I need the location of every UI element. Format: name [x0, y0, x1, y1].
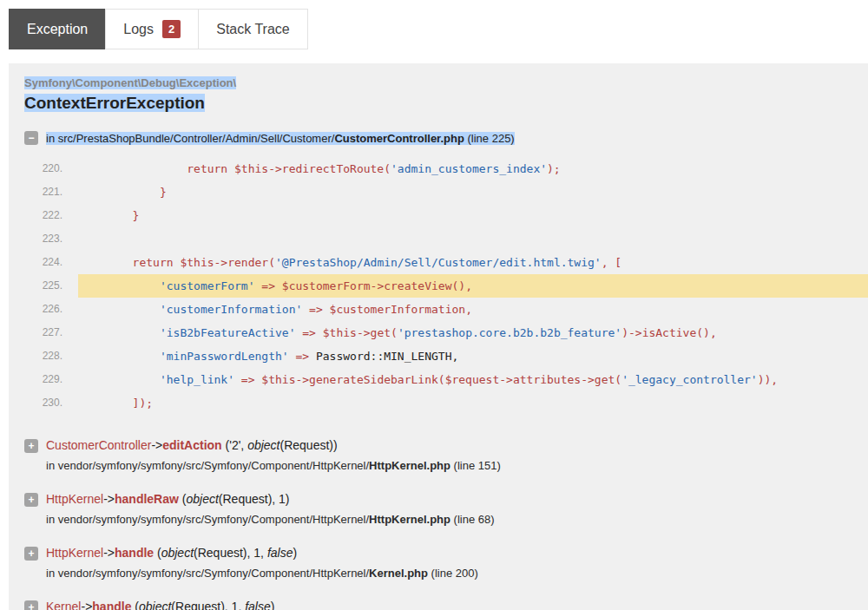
tab-logs-label: Logs	[123, 22, 154, 37]
logs-count-badge: 2	[162, 20, 181, 38]
frame-class: CustomerController	[46, 437, 151, 454]
frame-class: HttpKernel	[46, 545, 103, 561]
code-text: 'minPasswordLength' => Password::MIN_LEN…	[78, 344, 868, 368]
frame-method: handle	[115, 545, 154, 561]
line-number: 225.	[9, 274, 78, 298]
method-arrow: ->	[103, 491, 115, 508]
code-text: 'isB2bFeatureActive' => $this->get('pres…	[78, 321, 868, 344]
code-line-221: 221. }	[9, 180, 868, 204]
frame-args: (object(Request), 1, false)	[154, 545, 297, 561]
frame-class: Kernel	[46, 599, 81, 610]
code-line-222: 222. }	[9, 204, 868, 227]
code-line-228: 228. 'minPasswordLength' => Password::MI…	[9, 344, 868, 368]
expand-icon[interactable]: +	[24, 600, 38, 610]
stack-frame: +HttpKernel->handle (object(Request), 1,…	[24, 545, 868, 580]
stack-frame: +HttpKernel->handleRaw (object(Request),…	[24, 491, 868, 527]
code-text: }	[78, 204, 868, 227]
code-line-229: 229. 'help_link' => $this->generateSideb…	[9, 368, 868, 391]
code-line-227: 227. 'isB2bFeatureActive' => $this->get(…	[9, 321, 868, 344]
code-line-224: 224. return $this->render('@PrestaShop/A…	[9, 251, 868, 274]
expand-icon[interactable]: +	[24, 493, 38, 507]
code-text: return $this->render('@PrestaShop/Admin/…	[78, 251, 868, 274]
tab-exception[interactable]: Exception	[9, 9, 106, 49]
expand-icon[interactable]: +	[24, 547, 38, 561]
line-number: 223.	[9, 227, 78, 251]
frame-args: ('2', object(Request))	[222, 437, 338, 454]
frame-args: (object(Request), 1, false)	[131, 599, 274, 610]
collapse-icon[interactable]: −	[24, 131, 38, 145]
line-number: 228.	[9, 344, 78, 368]
stack-frame: +Kernel->handle (object(Request), 1, fal…	[24, 599, 868, 610]
code-text: ]);	[78, 391, 868, 415]
code-listing: 220. return $this->redirectToRoute('admi…	[9, 157, 868, 415]
exception-namespace: Symfony\Component\Debug\Exception\	[24, 75, 852, 90]
code-line-226: 226. 'customerInformation' => $customerI…	[9, 298, 868, 321]
trace-location-row: − in src/PrestaShopBundle/Controller/Adm…	[9, 131, 868, 145]
code-line-225: 225. 'customerForm' => $customerForm->cr…	[9, 274, 868, 298]
line-number: 226.	[9, 298, 78, 321]
code-text: 'customerForm' => $customerForm->createV…	[78, 274, 868, 298]
code-line-223: 223.	[9, 227, 868, 251]
expand-icon[interactable]: +	[24, 439, 38, 453]
frame-method: handleRaw	[115, 491, 179, 508]
tab-stack-trace-label: Stack Trace	[216, 22, 289, 37]
exception-panel: Symfony\Component\Debug\Exception\ Conte…	[9, 63, 868, 610]
frame-method: handle	[92, 599, 131, 610]
tab-bar: Exception Logs 2 Stack Trace	[0, 0, 868, 49]
frame-signature: +CustomerController->editAction ('2', ob…	[24, 437, 868, 454]
line-number: 227.	[9, 321, 78, 344]
tab-stack-trace[interactable]: Stack Trace	[198, 9, 307, 49]
frame-signature: +Kernel->handle (object(Request), 1, fal…	[24, 599, 868, 610]
code-text: 'customerInformation' => $customerInform…	[78, 298, 868, 321]
tab-logs[interactable]: Logs 2	[105, 9, 199, 49]
method-arrow: ->	[81, 599, 92, 610]
frame-location: in vendor/symfony/symfony/src/Symfony/Co…	[46, 566, 868, 580]
exception-class-name: ContextErrorException	[24, 92, 852, 114]
code-text: 'help_link' => $this->generateSidebarLin…	[78, 368, 868, 391]
line-number: 224.	[9, 251, 78, 274]
code-text: }	[78, 180, 868, 204]
line-number: 222.	[9, 204, 78, 227]
frame-location: in vendor/symfony/symfony/src/Symfony/Co…	[46, 512, 868, 527]
frame-args: (object(Request), 1)	[179, 491, 290, 508]
exception-header: Symfony\Component\Debug\Exception\ Conte…	[9, 75, 868, 114]
line-number: 221.	[9, 180, 78, 204]
frame-class: HttpKernel	[46, 491, 103, 508]
frame-signature: +HttpKernel->handle (object(Request), 1,…	[24, 545, 868, 561]
method-arrow: ->	[151, 437, 162, 454]
code-line-230: 230. ]);	[9, 391, 868, 415]
frame-method: editAction	[162, 437, 221, 454]
method-arrow: ->	[103, 545, 115, 561]
line-number: 220.	[9, 157, 78, 180]
line-number: 229.	[9, 368, 78, 391]
line-number: 230.	[9, 391, 78, 415]
frame-signature: +HttpKernel->handleRaw (object(Request),…	[24, 491, 868, 508]
tab-exception-label: Exception	[27, 22, 88, 37]
code-line-220: 220. return $this->redirectToRoute('admi…	[9, 157, 868, 180]
trace-location-text: in src/PrestaShopBundle/Controller/Admin…	[46, 132, 515, 145]
code-text	[78, 227, 868, 251]
stack-frame: +CustomerController->editAction ('2', ob…	[24, 437, 868, 473]
frame-location: in vendor/symfony/symfony/src/Symfony/Co…	[46, 458, 868, 473]
stack-frames: +CustomerController->editAction ('2', ob…	[9, 437, 868, 610]
code-text: return $this->redirectToRoute('admin_cus…	[78, 157, 868, 180]
